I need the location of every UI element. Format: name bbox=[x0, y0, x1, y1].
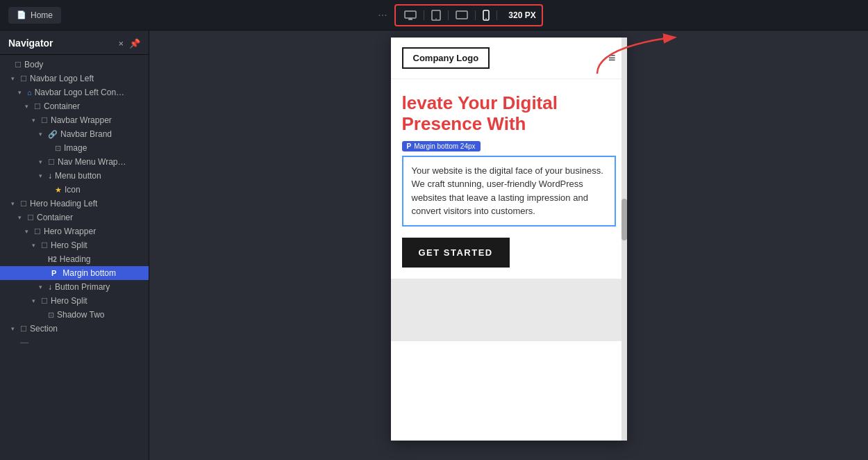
box-icon: ☐ bbox=[41, 297, 48, 306]
box-icon: ☐ bbox=[48, 158, 55, 167]
viewport-controls: 320 PX bbox=[394, 4, 543, 26]
navigator-title: Navigator bbox=[8, 38, 53, 49]
vp-divider-3 bbox=[475, 10, 476, 20]
navigator-header: Navigator × 📌 bbox=[0, 31, 149, 55]
button-icon: ↓ bbox=[48, 282, 52, 292]
tree-item-heading[interactable]: H2 Heading bbox=[0, 252, 149, 266]
box-icon: ☐ bbox=[27, 213, 34, 222]
box-icon: ☐ bbox=[41, 241, 48, 250]
tree-arrow: ▾ bbox=[32, 117, 39, 124]
navigator-tree: ☐ Body ▾ ☐ Navbar Logo Left ▾ ⌂ Navbar L… bbox=[0, 55, 149, 460]
tree-item-icon[interactable]: ★ Icon bbox=[0, 183, 149, 197]
tree-arrow: ▾ bbox=[11, 200, 18, 207]
preview-hero: levate Your Digital Presence With P Marg… bbox=[391, 79, 627, 279]
tree-item-shadow-two[interactable]: ⊡ Shadow Two bbox=[0, 308, 149, 322]
tree-item-navbar-logo-component[interactable]: ▾ ⌂ Navbar Logo Left Con… bbox=[0, 85, 149, 99]
tree-item-image[interactable]: ⊡ Image bbox=[0, 141, 149, 155]
tree-item-container-hero[interactable]: ▾ ☐ Container bbox=[0, 211, 149, 224]
tree-item-menu-button[interactable]: ▾ ↓ Menu button bbox=[0, 169, 149, 183]
tree-arrow: ▾ bbox=[39, 158, 46, 165]
tree-item-navbar-brand[interactable]: ▾ 🔗 Navbar Brand bbox=[0, 127, 149, 141]
navigator-header-icons: × 📌 bbox=[118, 38, 140, 49]
doc-icon: 📄 bbox=[17, 10, 26, 19]
image-icon: ⊡ bbox=[48, 311, 54, 320]
company-logo-button[interactable]: Company Logo bbox=[402, 47, 490, 69]
image-icon: ⊡ bbox=[55, 144, 61, 153]
tree-item-navbar-wrapper[interactable]: ▾ ☐ Navbar Wrapper bbox=[0, 113, 149, 127]
home-tab[interactable]: 📄 Home bbox=[8, 7, 61, 24]
landscape-viewport-button[interactable] bbox=[453, 9, 471, 21]
box-icon: ☐ bbox=[20, 74, 27, 83]
preview-image-section bbox=[391, 279, 627, 341]
tree-item-hero-split-1[interactable]: ▾ ☐ Hero Split bbox=[0, 238, 149, 252]
tree-item-container-nav[interactable]: ▾ ☐ Container bbox=[0, 99, 149, 113]
tree-arrow: ▾ bbox=[18, 89, 25, 96]
more-options-icon[interactable]: ··· bbox=[378, 9, 387, 22]
tree-item-button-primary[interactable]: ▾ ↓ Button Primary bbox=[0, 280, 149, 294]
link-icon: 🔗 bbox=[48, 130, 58, 139]
tree-item-section[interactable]: ▾ ☐ Section bbox=[0, 322, 149, 336]
tree-item-margin-bottom[interactable]: P Margin bottom bbox=[0, 266, 149, 280]
svg-rect-5 bbox=[456, 11, 467, 19]
box-icon: ☐ bbox=[20, 199, 27, 208]
main-area: Navigator × 📌 ☐ Body ▾ ☐ Navbar Logo Lef… bbox=[0, 31, 868, 460]
box-icon: ☐ bbox=[15, 60, 22, 69]
tree-arrow: ▾ bbox=[32, 242, 39, 249]
tree-arrow: ▾ bbox=[11, 75, 18, 82]
svg-rect-0 bbox=[405, 11, 416, 18]
svg-point-4 bbox=[435, 18, 437, 19]
preview-heading: levate Your Digital Presence With bbox=[402, 93, 616, 135]
preview-cta-button[interactable]: GET STARTED bbox=[402, 238, 510, 268]
component-icon: ⌂ bbox=[27, 88, 32, 97]
h2-icon: H2 bbox=[48, 256, 57, 263]
tree-item-hero-split-2[interactable]: ▾ ☐ Hero Split bbox=[0, 294, 149, 308]
tree-item-hero-wrapper[interactable]: ▾ ☐ Hero Wrapper bbox=[0, 224, 149, 238]
tree-arrow: ▾ bbox=[25, 228, 32, 235]
tree-arrow: ▾ bbox=[32, 297, 39, 304]
p-tag-icon: P bbox=[48, 268, 60, 278]
tree-arrow: ▾ bbox=[39, 172, 46, 179]
mobile-viewport-button[interactable] bbox=[480, 8, 492, 22]
dash-icon: — bbox=[20, 338, 28, 347]
tab-label: Home bbox=[31, 10, 53, 20]
preview-navbar: Company Logo ≡ bbox=[391, 38, 627, 79]
box-icon: ☐ bbox=[34, 227, 41, 236]
tree-item-dash: — bbox=[0, 336, 149, 350]
viewport-size-label: 320 PX bbox=[501, 10, 536, 20]
svg-point-7 bbox=[485, 18, 487, 19]
tree-arrow: ▾ bbox=[39, 284, 46, 290]
tree-arrow: ▾ bbox=[18, 214, 25, 221]
navigator-panel: Navigator × 📌 ☐ Body ▾ ☐ Navbar Logo Lef… bbox=[0, 31, 149, 460]
preview-scrollbar[interactable] bbox=[621, 38, 627, 441]
top-bar: 📄 Home ··· bbox=[0, 0, 868, 31]
vp-divider-1 bbox=[424, 10, 424, 20]
tablet-viewport-button[interactable] bbox=[428, 8, 444, 22]
hamburger-icon[interactable]: ≡ bbox=[608, 51, 616, 65]
preview-paragraph: Your website is the digital face of your… bbox=[402, 156, 616, 227]
box-icon: ☐ bbox=[34, 102, 41, 111]
canvas-area: Affects 479px and below Mobile (P) Compa… bbox=[149, 31, 868, 460]
tree-item-hero-heading-left[interactable]: ▾ ☐ Hero Heading Left bbox=[0, 197, 149, 211]
preview-scrollbar-thumb bbox=[621, 199, 627, 240]
tree-item-body[interactable]: ☐ Body bbox=[0, 58, 149, 72]
tree-arrow: ▾ bbox=[11, 325, 18, 332]
p-badge-icon: P bbox=[407, 142, 412, 150]
tree-item-navbar-logo-left[interactable]: ▾ ☐ Navbar Logo Left bbox=[0, 72, 149, 85]
star-icon: ★ bbox=[55, 186, 62, 195]
box-icon: ☐ bbox=[20, 325, 27, 334]
button-icon: ↓ bbox=[48, 171, 52, 181]
navigator-pin-button[interactable]: 📌 bbox=[129, 38, 140, 49]
preview-frame: Company Logo ≡ levate Your Digital Prese… bbox=[391, 38, 627, 441]
box-icon: ☐ bbox=[41, 116, 48, 125]
desktop-viewport-button[interactable] bbox=[401, 9, 419, 22]
vp-divider-2 bbox=[448, 10, 449, 20]
tree-arrow: ▾ bbox=[39, 131, 46, 138]
margin-bottom-badge: P Margin bottom 24px bbox=[402, 141, 481, 151]
tree-arrow: ▾ bbox=[25, 103, 32, 110]
tree-item-nav-menu-wrap[interactable]: ▾ ☐ Nav Menu Wrap… bbox=[0, 155, 149, 169]
vp-divider-4 bbox=[496, 10, 497, 20]
toolbar-center: ··· bbox=[61, 4, 860, 26]
navigator-close-button[interactable]: × bbox=[118, 38, 124, 49]
